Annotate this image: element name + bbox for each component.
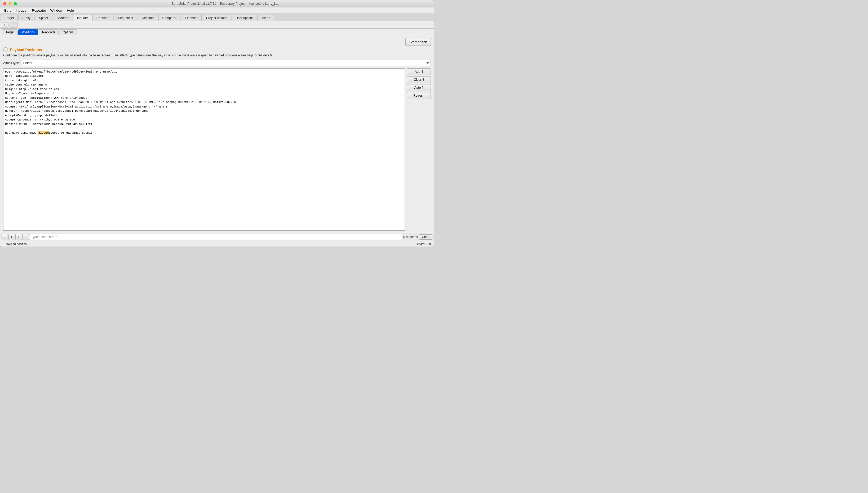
section-header: ? Payload Positions [3,47,431,52]
req-line1: POST /vcode1_bcfef7eacf7badc64aaf18844cd… [5,70,117,73]
req-line12: Accept-Language: zh-CN,zh;q=0.8,en;q=0.6 [5,118,75,121]
titlebar: Burp Suite Professional v1.7.11 – Tempor… [0,0,434,7]
request-tabbar: 1 ... [0,21,434,28]
menu-help[interactable]: Help [65,8,76,13]
tab-extender[interactable]: Extender [181,15,202,21]
attack-type-row: Attack type: Sniper Battering ram Pitchf… [3,60,431,66]
req-line15-suffix: &vcode=96nd&submit=submit [49,131,92,134]
help-icon[interactable]: ? [3,47,8,52]
req-line8: User-Agent: Mozilla/5.0 (Macintosh; Inte… [5,101,236,104]
payload-section: Start attack ? Payload Positions Configu… [0,36,434,233]
editor-area: POST /vcode1_bcfef7eacf7badc64aaf18844cd… [3,68,431,231]
main-content: Start attack ? Payload Positions Configu… [0,36,434,246]
close-button[interactable] [3,2,6,5]
req-line15-payload: §1235§ [38,131,49,134]
top-right-area: Start attack [3,38,431,46]
request-editor: POST /vcode1_bcfef7eacf7badc64aaf18844cd… [3,68,405,231]
req-line11: Accept-Encoding: gzip, deflate [5,114,58,117]
tab-spider[interactable]: Spider [35,15,52,21]
req-line2: Host: lab1.xseclab.com [5,74,43,78]
section-title: Payload Positions [10,48,42,52]
subtab-options[interactable]: Options [59,29,77,35]
right-buttons: Add § Clear § Auto § Refresh [407,68,431,231]
tab-alerts[interactable]: Alerts [258,15,274,21]
attack-type-label: Attack type: [3,61,20,65]
req-line15-prefix: username=admin&pwd= [5,131,38,134]
subtab-target[interactable]: Target [2,29,18,35]
tab-comparer[interactable]: Comparer [159,15,181,21]
tab-decoder[interactable]: Decoder [138,15,158,21]
tab-scanner[interactable]: Scanner [53,15,73,21]
req-line13: Cookie: PHPSESSID=c2ed783d50eeb68202df0d… [5,123,92,126]
statusbar-left: 1 payload position [3,242,27,245]
statusbar-right: Length: 738 [415,242,431,245]
refresh-button[interactable]: Refresh [407,92,431,99]
subtab-positions[interactable]: Positions [18,29,38,35]
tab-proxy[interactable]: Proxy [18,15,35,21]
section-description: Configure the positions where payloads w… [3,53,431,58]
request-tab-1[interactable]: 1 [1,22,8,27]
forward-match-button[interactable]: › [22,234,28,240]
auto-section-button[interactable]: Auto § [407,84,431,91]
req-line6: Upgrade-Insecure-Requests: 1 [5,92,54,95]
add-section-button[interactable]: Add § [407,68,431,75]
statusbar: 1 payload position Length: 738 [0,241,434,246]
attack-type-select[interactable]: Sniper Battering ram Pitchfork Cluster b… [22,60,431,66]
minimize-button[interactable] [8,2,12,5]
request-text-area[interactable]: POST /vcode1_bcfef7eacf7badc64aaf18844cd… [3,69,405,230]
subtabbar: Target Positions Payloads Options [0,28,434,36]
start-attack-button[interactable]: Start attack [406,38,431,46]
tab-sequencer[interactable]: Sequencer [114,15,137,21]
req-line10: Referer: http://lab1.xseclab.com/vcode1_… [5,109,148,112]
help-search-button[interactable]: ? [2,234,7,240]
tab-intruder[interactable]: Intruder [73,15,92,21]
request-tab-more[interactable]: ... [9,22,18,27]
maximize-button[interactable] [14,2,17,5]
window-title: Burp Suite Professional v1.7.11 – Tempor… [20,2,431,5]
menubar: Burp Intruder Repeater Window Help [0,7,434,14]
tab-repeater[interactable]: Repeater [92,15,113,21]
search-input[interactable] [29,234,402,240]
req-line3: Content-Length: 47 [5,79,37,82]
search-bar: ? ‹ + › 0 matches Clear [0,233,434,241]
window-controls [3,2,17,5]
req-line5: Origin: http://lab1.xseclab.com [5,88,59,91]
menu-window[interactable]: Window [48,8,65,13]
search-clear-button[interactable]: Clear [419,234,432,240]
req-line4: Cache-Control: max-age=0 [5,83,47,86]
req-line9: Accept: text/html,application/xhtml+xml,… [5,105,168,108]
tab-project-options[interactable]: Project options [202,15,231,21]
prev-match-button[interactable]: ‹ [8,234,14,240]
tab-user-options[interactable]: User options [232,15,257,21]
menu-burp[interactable]: Burp [2,8,14,13]
search-matches: 0 matches [403,235,418,239]
menu-repeater[interactable]: Repeater [30,8,48,13]
tab-target[interactable]: Target [1,15,18,21]
main-window: Burp Suite Professional v1.7.11 – Tempor… [0,0,434,246]
main-tabbar: Target Proxy Spider Scanner Intruder Rep… [0,14,434,21]
next-match-button[interactable]: + [15,234,21,240]
subtab-payloads[interactable]: Payloads [39,29,59,35]
req-line7: Content-Type: application/x-www-form-url… [5,97,87,100]
clear-section-button[interactable]: Clear § [407,76,431,83]
menu-intruder[interactable]: Intruder [14,8,30,13]
